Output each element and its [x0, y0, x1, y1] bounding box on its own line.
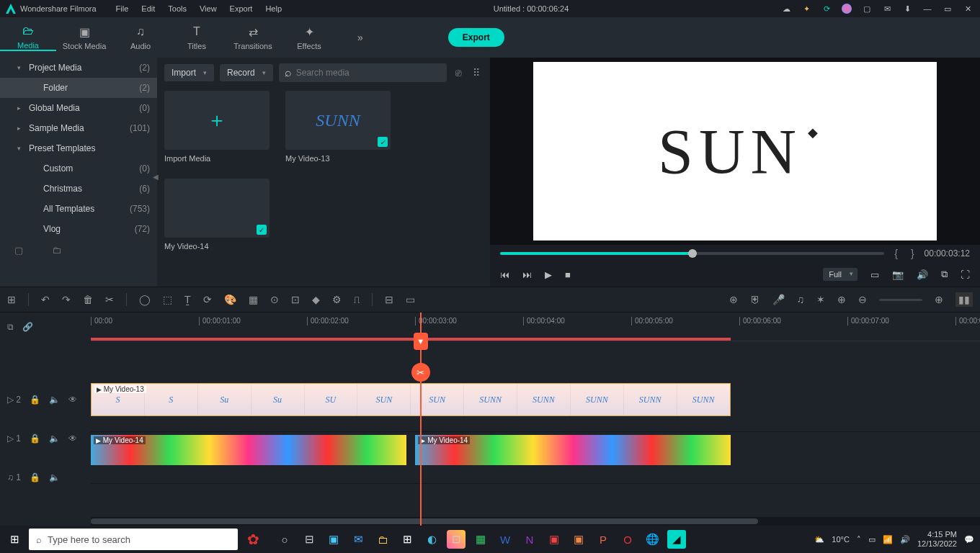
scissor-marker-icon[interactable]: ✂ — [411, 363, 430, 382]
tool-6-icon[interactable]: ▦ — [249, 294, 258, 305]
close-icon[interactable]: ✕ — [963, 4, 973, 14]
explorer-icon[interactable]: 🗀 — [373, 530, 392, 549]
cloud-icon[interactable]: ☁ — [781, 4, 791, 14]
tool-11-icon[interactable]: ⊟ — [385, 294, 393, 305]
idea-icon[interactable]: ✦ — [801, 4, 811, 14]
menu-view[interactable]: View — [193, 4, 223, 13]
keyframe-icon[interactable]: ◆ — [312, 294, 320, 305]
menu-edit[interactable]: Edit — [135, 4, 161, 13]
sidebar-item-preset-templates[interactable]: ▾Preset Templates — [0, 138, 157, 158]
track-header-v1[interactable]: ▷ 1🔒🔈👁 — [0, 419, 91, 458]
tool-12-icon[interactable]: ▭ — [406, 294, 415, 305]
link-icon[interactable]: 🔗 — [22, 322, 33, 332]
timeline-tracks[interactable]: 00:0000:00:01:0000:00:02:0000:00:03:0000… — [91, 313, 980, 526]
sidebar-item-sample-media[interactable]: ▸Sample Media(101) — [0, 118, 157, 138]
track-v2[interactable]: ▶ My Video-13 SSSuSuSUSUNSUNSUNNSUNNSUNN… — [91, 380, 980, 432]
powerpoint-icon[interactable]: P — [594, 530, 612, 549]
mail-app-icon[interactable]: ✉ — [349, 530, 368, 549]
filmora-taskbar-icon[interactable]: ◢ — [667, 530, 686, 549]
adjust-icon[interactable]: ⚙ — [332, 294, 342, 305]
tab-effects[interactable]: ✦Effects — [281, 24, 337, 50]
add-track-icon[interactable]: ⊞ — [7, 294, 16, 305]
media-item-video-13[interactable]: SUNN✓ My Video-13 — [285, 91, 391, 163]
excel-icon[interactable]: ▦ — [471, 530, 490, 549]
tab-transitions[interactable]: ⇄Transitions — [225, 24, 281, 50]
preview-canvas[interactable]: SUN◆ — [490, 58, 980, 245]
tray-chevron-icon[interactable]: ˄ — [857, 535, 861, 544]
record-dropdown[interactable]: Record▾ — [220, 64, 273, 81]
crop-icon[interactable]: ⬚ — [163, 294, 172, 305]
mute-icon[interactable]: 🔈 — [49, 472, 60, 482]
quality-dropdown[interactable]: Full — [823, 268, 858, 281]
word-icon[interactable]: W — [496, 530, 514, 549]
auto-ripple-icon[interactable]: ✶ — [816, 294, 825, 305]
clip-video-14a[interactable]: ▶ My Video-14 — [91, 435, 406, 465]
seek-slider[interactable] — [500, 252, 884, 255]
export-button[interactable]: Export — [448, 28, 504, 47]
tab-stock-media[interactable]: ▣Stock Media — [56, 24, 112, 50]
new-folder-icon[interactable]: ▢ — [14, 245, 23, 256]
fullscreen-icon[interactable]: ⛶ — [961, 269, 970, 280]
collapse-handle-icon[interactable]: ◀ — [153, 173, 159, 181]
import-dropdown[interactable]: Import▾ — [164, 64, 214, 81]
headset-icon[interactable]: ⟳ — [821, 4, 832, 14]
prev-frame-icon[interactable]: ⏮ — [500, 269, 509, 280]
next-frame-icon[interactable]: ⏭ — [522, 269, 532, 280]
zoom-slider[interactable] — [879, 299, 922, 301]
menu-export[interactable]: Export — [223, 4, 259, 13]
media-item-video-14[interactable]: ✓ My Video-14 — [164, 179, 270, 251]
lock-icon[interactable]: 🔒 — [30, 472, 40, 482]
eye-icon[interactable]: 👁 — [68, 433, 77, 444]
onenote-icon[interactable]: N — [520, 530, 539, 549]
display-icon[interactable]: ▭ — [870, 269, 879, 280]
lock-icon[interactable]: 🔒 — [30, 433, 40, 444]
folder-icon[interactable]: 🗀 — [52, 245, 61, 256]
chrome-icon[interactable]: 🌐 — [643, 530, 662, 549]
zoom-in-icon[interactable]: ⊕ — [935, 294, 943, 305]
tl-opt1-icon[interactable]: ⧉ — [7, 322, 14, 332]
mic-icon[interactable]: 🎤 — [772, 294, 785, 305]
mark-in-icon[interactable]: { — [891, 248, 901, 259]
store-icon[interactable]: ⊞ — [398, 530, 416, 549]
speed-icon[interactable]: ⟳ — [203, 294, 212, 305]
expand-tabs-icon[interactable]: » — [357, 32, 363, 43]
stop-icon[interactable]: ■ — [565, 269, 571, 280]
filter-icon[interactable]: ⎚ — [453, 67, 464, 78]
tool-8-icon[interactable]: ⊡ — [291, 294, 300, 305]
clip-video-14b[interactable]: ▶ My Video-14 — [415, 435, 731, 465]
tool-r1-icon[interactable]: ⊛ — [729, 294, 738, 305]
edge-icon[interactable]: ◐ — [422, 530, 441, 549]
app3-icon[interactable]: ▣ — [569, 530, 588, 549]
track-header-a1[interactable]: ♫ 1🔒🔈 — [0, 458, 91, 497]
sidebar-item-folder[interactable]: Folder(2) — [0, 78, 157, 98]
volume-icon[interactable]: 🔊 — [917, 269, 928, 280]
playhead[interactable]: ▼ ✂ — [420, 313, 422, 526]
download-icon[interactable]: ⬇ — [902, 4, 912, 14]
tray-icon[interactable]: ▭ — [868, 535, 876, 544]
sidebar-item-christmas[interactable]: Christmas(6) — [0, 179, 157, 199]
search-input[interactable]: ⌕ — [279, 63, 447, 82]
mute-icon[interactable]: 🔈 — [49, 433, 60, 444]
sidebar-item-project-media[interactable]: ▾Project Media(2) — [0, 58, 157, 78]
sidebar-item-global-media[interactable]: ▸Global Media(0) — [0, 98, 157, 118]
maximize-icon[interactable]: ▭ — [943, 4, 953, 14]
mail-icon[interactable]: ✉ — [882, 4, 892, 14]
track-header-v2[interactable]: ▷ 2🔒🔈👁 — [0, 380, 91, 419]
sidebar-item-all-templates[interactable]: All Templates(753) — [0, 199, 157, 219]
split-icon[interactable]: ✂ — [105, 294, 114, 305]
tool-r2-icon[interactable]: ⛨ — [750, 294, 760, 305]
weather-icon[interactable]: ⛅ — [814, 535, 824, 544]
app2-icon[interactable]: ▣ — [545, 530, 564, 549]
taskview-icon[interactable]: ⊟ — [300, 530, 318, 549]
marker-add-icon[interactable]: ⊕ — [837, 294, 846, 305]
mixer-icon[interactable]: ♫ — [797, 294, 805, 305]
tab-media[interactable]: 🗁Media — [0, 24, 56, 51]
zoom-out-icon[interactable]: ⊖ — [858, 294, 867, 305]
start-button[interactable]: ⊞ — [0, 526, 29, 553]
delete-icon[interactable]: 🗑 — [83, 294, 93, 305]
text-tool-icon[interactable]: Ṯ — [184, 294, 191, 305]
taskbar-search[interactable]: ⌕Type here to search — [29, 529, 238, 550]
mark-out-icon[interactable]: } — [908, 248, 917, 259]
volume-tray-icon[interactable]: 🔊 — [900, 535, 910, 544]
system-clock[interactable]: 4:15 PM12/13/2022 — [917, 530, 957, 549]
